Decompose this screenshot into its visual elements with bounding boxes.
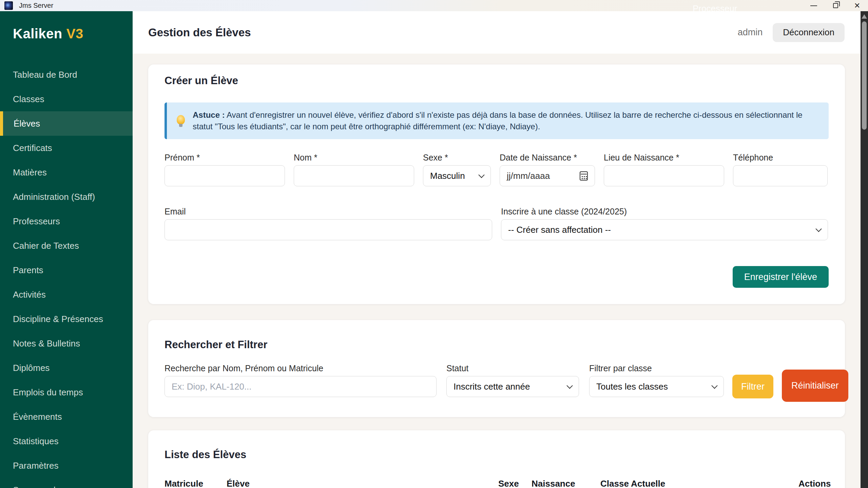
statut-label: Statut [446, 363, 579, 373]
field-sexe: Sexe * Masculin [423, 153, 491, 186]
tip-text: Astuce : Avant d'enregistrer un nouvel é… [193, 109, 820, 132]
lightbulb-base [179, 124, 182, 127]
minimize-icon [810, 5, 817, 6]
lightbulb-icon [176, 115, 186, 127]
app-icon [4, 1, 13, 10]
nom-label: Nom * [294, 153, 414, 163]
restore-icon [833, 3, 838, 8]
sidebar-item-tableau-de-bord[interactable]: Tableau de Bord [0, 62, 133, 87]
reset-button[interactable]: Réinitialiser [782, 370, 848, 402]
column-matricule: Matricule [165, 478, 227, 488]
telephone-input[interactable] [733, 165, 828, 186]
column-eleve: Élève [227, 478, 498, 488]
sidebar-item-certificats[interactable]: Certificats [0, 136, 133, 160]
column-naissance: Naissance [532, 478, 600, 488]
sidebar-item-statistiques[interactable]: Statistiques [0, 429, 133, 453]
prenom-label: Prénom * [165, 153, 285, 163]
sidebar-item-label: Paramètres [13, 461, 58, 471]
logout-button[interactable]: Déconnexion [773, 23, 845, 42]
window-title: Jms Server [19, 2, 53, 10]
scrollbar-thumb[interactable] [862, 21, 867, 130]
minimize-button[interactable] [803, 0, 825, 11]
window-controls: ✕ [803, 0, 868, 11]
sidebar: Kaliken V3 Tableau de Bord Classes Élève… [0, 11, 133, 488]
search-input[interactable] [165, 376, 437, 397]
birthdate-input[interactable]: jj/mm/aaaa [500, 165, 595, 186]
filter-classe-select[interactable]: Toutes les classes [589, 376, 724, 397]
sidebar-item-discipline-presences[interactable]: Discipline & Présences [0, 307, 133, 331]
tip-box: Astuce : Avant d'enregistrer un nouvel é… [165, 102, 829, 139]
sidebar-item-classes[interactable]: Classes [0, 87, 133, 111]
sidebar-item-administration-staff[interactable]: Administration (Staff) [0, 185, 133, 209]
title-bar: Jms Server Processeur ✕ [0, 0, 868, 11]
list-card-title: Liste des Élèves [165, 449, 829, 461]
sidebar-item-matieres[interactable]: Matières [0, 160, 133, 185]
sidebar-item-cahier-de-textes[interactable]: Cahier de Textes [0, 233, 133, 258]
email-label: Email [165, 207, 492, 217]
statut-value: Inscrits cette année [454, 381, 530, 392]
create-form-row-2: Email Inscrire à une classe (2024/2025) … [165, 207, 829, 240]
sidebar-nav: Tableau de Bord Classes Élèves Certifica… [0, 62, 133, 488]
restore-button[interactable] [825, 0, 846, 11]
field-statut: Statut Inscrits cette année [446, 363, 579, 397]
sidebar-item-emplois-du-temps[interactable]: Emplois du temps [0, 380, 133, 405]
email-input[interactable] [165, 219, 492, 240]
field-search: Recherche par Nom, Prénom ou Matricule [165, 363, 437, 397]
sidebar-item-label: Tableau de Bord [13, 70, 77, 80]
field-classe: Inscrire à une classe (2024/2025) -- Cré… [501, 207, 828, 240]
scroll-up-icon[interactable] [862, 14, 867, 19]
sidebar-item-parametres[interactable]: Paramètres [0, 453, 133, 478]
save-student-button[interactable]: Enregistrer l'élève [733, 266, 829, 288]
sidebar-item-activites[interactable]: Activités [0, 282, 133, 307]
sidebar-item-label: Activités [13, 289, 46, 300]
field-email: Email [165, 207, 492, 240]
prenom-input[interactable] [165, 165, 285, 186]
classe-value: -- Créer sans affectation -- [508, 225, 611, 235]
sidebar-item-label: Notes & Bulletins [13, 338, 80, 349]
sidebar-item-diplomes[interactable]: Diplômes [0, 356, 133, 380]
sidebar-item-evenements[interactable]: Évènements [0, 405, 133, 429]
chevron-down-icon [566, 382, 573, 389]
sidebar-item-professeurs[interactable]: Professeurs [0, 209, 133, 233]
sidebar-item-label: Diplômes [13, 363, 50, 373]
naissance-label: Date de Naissance * [500, 153, 595, 163]
sidebar-item-label: Matières [13, 167, 47, 178]
filter-row: Recherche par Nom, Prénom ou Matricule S… [165, 363, 829, 397]
sexe-select[interactable]: Masculin [423, 165, 491, 186]
vertical-scrollbar[interactable] [861, 11, 868, 488]
column-sexe: Sexe [498, 478, 532, 488]
sidebar-item-parents[interactable]: Parents [0, 258, 133, 282]
filter-button[interactable]: Filtrer [732, 375, 773, 398]
create-form-row-1: Prénom * Nom * Sexe * Masculin Date de N… [165, 153, 829, 186]
field-lieu: Lieu de Naissance * [604, 153, 724, 186]
sidebar-item-sauvegarde[interactable]: Sauvegarde [0, 478, 133, 488]
username: admin [738, 27, 763, 38]
search-filter-card: Rechercher et Filtrer Recherche par Nom,… [148, 320, 845, 417]
brand-version: V3 [66, 26, 83, 41]
sexe-value: Masculin [430, 171, 465, 181]
sidebar-item-label: Emplois du temps [13, 387, 83, 398]
statut-select[interactable]: Inscrits cette année [446, 376, 579, 397]
chevron-down-icon [478, 172, 484, 178]
sidebar-item-label: Administration (Staff) [13, 192, 95, 202]
lieu-input[interactable] [604, 165, 724, 186]
close-icon: ✕ [854, 2, 860, 10]
filter-card-title: Rechercher et Filtrer [165, 339, 829, 351]
tip-label: Astuce : [193, 110, 225, 119]
search-label: Recherche par Nom, Prénom ou Matricule [165, 363, 437, 373]
field-naissance: Date de Naissance * jj/mm/aaaa [500, 153, 595, 186]
column-classe-actuelle: Classe Actuelle [600, 478, 798, 488]
create-card-title: Créer un Élève [165, 75, 829, 87]
sidebar-item-eleves[interactable]: Élèves [0, 111, 133, 136]
classe-select[interactable]: -- Créer sans affectation -- [501, 219, 828, 240]
close-button[interactable]: ✕ [846, 0, 868, 11]
sidebar-item-label: Professeurs [13, 216, 60, 227]
tip-body: Avant d'enregistrer un nouvel élève, vér… [193, 110, 803, 131]
nom-input[interactable] [294, 165, 414, 186]
telephone-label: Téléphone [733, 153, 828, 163]
sidebar-item-label: Cahier de Textes [13, 241, 79, 251]
calendar-icon[interactable] [580, 171, 588, 181]
field-prenom: Prénom * [165, 153, 285, 186]
lieu-label: Lieu de Naissance * [604, 153, 724, 163]
sidebar-item-notes-bulletins[interactable]: Notes & Bulletins [0, 331, 133, 356]
